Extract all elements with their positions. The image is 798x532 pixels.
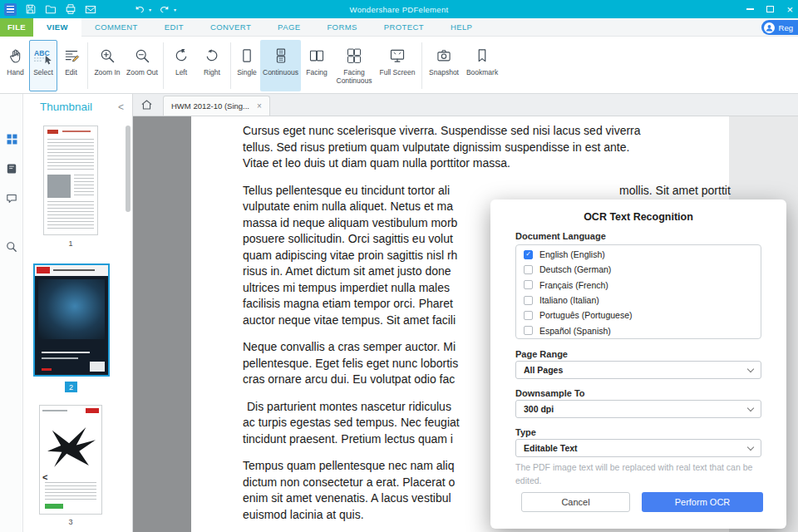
- save-icon: [25, 3, 37, 15]
- continuous-pages-icon: [273, 44, 289, 67]
- close-tab-icon[interactable]: ×: [257, 101, 262, 111]
- page-range-label: Page Range: [515, 349, 568, 359]
- maximize-button[interactable]: [766, 6, 774, 12]
- page-thumbnail-1[interactable]: [43, 126, 98, 235]
- document-text-line: Vitae et leo duis ut diam quam nulla por…: [243, 155, 698, 172]
- facing-continuous-view-button[interactable]: Facing Continuous: [332, 40, 376, 91]
- chevron-down-icon: [747, 443, 754, 450]
- hand-tool-button[interactable]: Hand: [2, 40, 29, 91]
- language-option-italian[interactable]: Italiano (Italian): [516, 293, 761, 308]
- undo-icon: [134, 4, 145, 14]
- tab-comment[interactable]: COMMENT: [81, 18, 151, 37]
- page-number-2-badge: 2: [65, 382, 77, 392]
- home-tab-button[interactable]: [133, 94, 160, 116]
- tab-view[interactable]: VIEW: [33, 18, 81, 37]
- chevron-down-icon: [747, 404, 754, 411]
- bookmark-panel-icon[interactable]: [0, 159, 23, 179]
- full-screen-icon: [389, 44, 406, 67]
- toolbar-separator: [87, 42, 88, 89]
- document-text-line: Cursus eget nunc scelerisque viverra. Su…: [243, 123, 698, 140]
- panel-scrollbar-thumb[interactable]: [126, 126, 131, 212]
- edit-tool-button[interactable]: Edit: [57, 40, 85, 91]
- language-option-spanish[interactable]: Español (Spanish): [516, 323, 761, 337]
- email-button[interactable]: [83, 2, 97, 17]
- rotate-left-icon: [173, 44, 190, 67]
- full-screen-button[interactable]: Full Screen: [376, 40, 419, 91]
- redo-dropdown-caret[interactable]: ▾: [174, 7, 176, 12]
- app-menu-button[interactable]: [3, 2, 17, 17]
- page-range-select[interactable]: All Pages: [515, 361, 761, 379]
- document-tab[interactable]: HWM 2012-10 (Sing... ×: [163, 96, 270, 116]
- downsample-select[interactable]: 300 dpi: [515, 400, 761, 418]
- minimize-button[interactable]: [746, 8, 754, 10]
- person-icon: [764, 22, 775, 33]
- single-view-button[interactable]: Single: [234, 40, 260, 91]
- zoom-in-button[interactable]: Zoom In: [91, 40, 124, 91]
- zoom-out-button[interactable]: Zoom Out: [124, 40, 160, 91]
- continuous-view-button[interactable]: Continuous: [260, 40, 301, 91]
- edit-icon: [63, 44, 80, 67]
- save-button[interactable]: [23, 2, 37, 17]
- home-icon: [140, 99, 153, 111]
- paragraph: Cursus eget nunc scelerisque viverra. Su…: [243, 123, 698, 172]
- checkbox-icon[interactable]: [524, 280, 533, 289]
- language-option-french[interactable]: Français (French): [516, 278, 761, 293]
- title-bar: ▾ ▾ Wondershare PDFelement ×: [0, 0, 798, 18]
- collapse-panel-arrow[interactable]: <: [118, 101, 124, 113]
- checkbox-icon[interactable]: [524, 296, 533, 305]
- tab-convert[interactable]: CONVERT: [197, 18, 264, 37]
- panel-rail: [0, 94, 23, 532]
- rotate-left-button[interactable]: Left: [166, 40, 196, 91]
- document-tab-label: HWM 2012-10 (Sing...: [171, 101, 249, 111]
- file-menu-button[interactable]: FILE: [0, 18, 33, 37]
- register-button[interactable]: Reg: [761, 20, 798, 35]
- page-thumbnail-3[interactable]: <: [39, 405, 102, 515]
- rotate-right-button[interactable]: Right: [196, 40, 228, 91]
- tab-help[interactable]: HELP: [437, 18, 485, 37]
- snapshot-button[interactable]: Snapshot: [425, 40, 463, 91]
- language-option-english[interactable]: ✓ English (English): [516, 247, 761, 262]
- document-language-label: Document Language: [515, 231, 606, 241]
- type-select[interactable]: Editable Text: [515, 439, 761, 457]
- cancel-button[interactable]: Cancel: [521, 492, 630, 512]
- view-toolbar: Hand ABC Select Edit Zoom In Zoom O: [0, 37, 798, 94]
- undo-dropdown-caret[interactable]: ▾: [149, 7, 151, 12]
- toolbar-separator: [163, 42, 164, 89]
- thumbnail-panel: Thumbnail < 1: [23, 94, 133, 532]
- checkbox-checked-icon[interactable]: ✓: [524, 250, 533, 259]
- tab-protect[interactable]: PROTECT: [371, 18, 437, 37]
- language-listbox: ✓ English (English) Deutsch (German) Fra…: [515, 244, 761, 339]
- redo-button[interactable]: [157, 2, 171, 17]
- language-option-portuguese[interactable]: Português (Portuguese): [516, 308, 761, 323]
- print-button[interactable]: [63, 2, 77, 17]
- perform-ocr-button[interactable]: Perform OCR: [642, 492, 763, 512]
- checkbox-icon[interactable]: [524, 326, 533, 335]
- hand-icon: [7, 44, 24, 67]
- thumbnail-panel-icon[interactable]: [0, 129, 23, 149]
- undo-button[interactable]: [132, 2, 146, 17]
- facing-view-button[interactable]: Facing: [301, 40, 332, 91]
- checkbox-icon[interactable]: [524, 311, 533, 320]
- bookmark-button[interactable]: Bookmark: [463, 40, 501, 91]
- document-text-line: tellus. Sed risus pretium quam vulputate…: [243, 140, 698, 156]
- language-option-german[interactable]: Deutsch (German): [516, 262, 761, 277]
- mail-icon: [85, 5, 96, 14]
- select-tool-button[interactable]: ABC Select: [29, 40, 57, 91]
- open-file-button[interactable]: [43, 2, 57, 17]
- type-label: Type: [515, 427, 536, 437]
- page-thumbnail-2[interactable]: [33, 264, 110, 377]
- tab-forms[interactable]: FORMS: [313, 18, 370, 37]
- dialog-title: OCR Text Recognition: [490, 211, 786, 223]
- zoom-out-icon: [134, 44, 150, 67]
- tab-page[interactable]: PAGE: [264, 18, 313, 37]
- search-panel-icon[interactable]: [0, 237, 23, 257]
- comments-panel-icon[interactable]: [0, 189, 23, 209]
- close-button[interactable]: ×: [786, 4, 793, 15]
- tab-edit[interactable]: EDIT: [151, 18, 197, 37]
- toolbar-separator: [230, 42, 231, 89]
- toolbar-separator: [421, 42, 422, 89]
- thumbnail-preview: <: [40, 406, 101, 514]
- checkbox-icon[interactable]: [524, 265, 533, 274]
- ocr-hint-text: The PDF image text will be replaced with…: [515, 461, 766, 488]
- folder-icon: [45, 4, 57, 14]
